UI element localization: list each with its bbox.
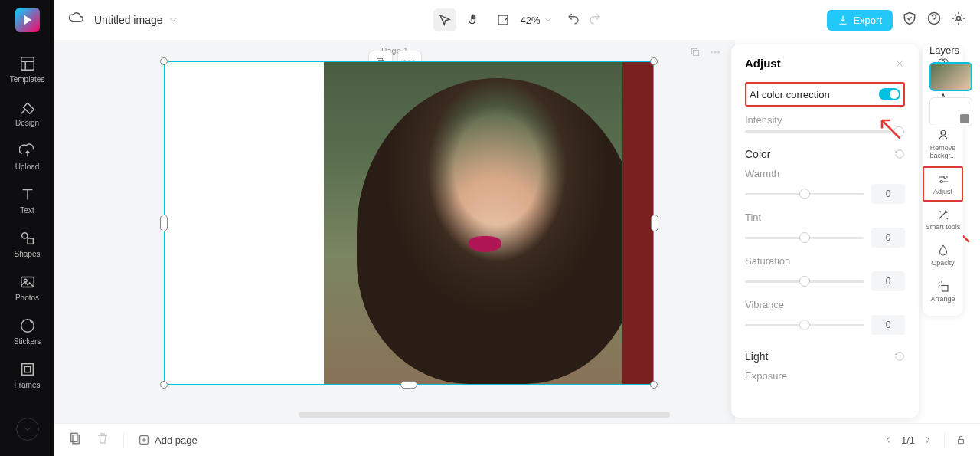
light-section-title: Light [745,350,905,363]
layers-panel: Layers [925,44,980,126]
reset-icon[interactable] [894,149,905,159]
svg-rect-30 [959,439,964,443]
undo-button[interactable] [567,11,580,28]
tint-value[interactable]: 0 [871,228,905,248]
image-selection[interactable] [164,61,654,385]
image-context-buttons [689,46,721,61]
warmth-value[interactable]: 0 [871,184,905,204]
zoom-level[interactable]: 42% [520,15,552,26]
svg-rect-25 [939,282,942,286]
tint-label: Tint [745,212,905,223]
divider [944,432,945,448]
tint-slider[interactable] [745,237,864,239]
nav-stickers[interactable]: Stickers [0,310,54,353]
svg-point-24 [940,180,942,182]
saturation-value[interactable]: 0 [871,271,905,291]
prev-page-icon[interactable] [883,435,893,445]
nav-design[interactable]: Design [0,91,54,135]
saturation-slider[interactable] [745,280,864,283]
ai-label: AI color correction [750,89,830,100]
resize-handle-tl[interactable] [160,57,168,65]
nav-label: Design [15,119,39,127]
close-icon[interactable] [894,58,905,69]
layer-thumbnail-1[interactable] [929,62,972,91]
warmth-slider[interactable] [745,193,864,195]
chevron-down-icon [544,15,553,25]
tool-smart-tools[interactable]: Smart tools [923,202,963,238]
nav-text[interactable]: Text [0,179,54,222]
svg-rect-10 [498,15,507,25]
vibrance-label: Vibrance [745,299,905,310]
hand-tool[interactable] [462,8,485,31]
adjust-label: Adjust [933,189,952,196]
add-page-button[interactable]: Add page [138,434,198,446]
nav-shapes[interactable]: Shapes [0,222,54,266]
ai-color-toggle[interactable] [879,88,900,100]
resize-handle-bl[interactable] [160,381,168,389]
nav-upload[interactable]: Upload [0,135,54,179]
export-icon [838,15,848,25]
vibrance-value[interactable]: 0 [871,315,905,335]
dots-icon[interactable] [709,46,721,61]
sidebar-more-button[interactable] [16,418,39,441]
delete-icon[interactable] [96,431,109,448]
resize-handle-bottom[interactable] [400,381,417,389]
canvas-image[interactable] [324,62,653,384]
vibrance-slider[interactable] [745,324,864,326]
document-title[interactable]: Untitled image [94,14,178,26]
layer-thumbnail-2[interactable] [929,97,972,126]
copy-icon[interactable] [689,46,701,61]
export-button[interactable]: Export [827,10,893,31]
help-icon[interactable] [926,11,942,29]
shield-icon[interactable] [902,11,917,29]
templates-icon [19,55,36,72]
pages-icon[interactable] [68,431,82,448]
nav-photos[interactable]: Photos [0,266,54,310]
settings-icon[interactable] [951,11,966,29]
export-label: Export [853,15,882,26]
resize-handle-right[interactable] [651,215,658,231]
color-title: Color [745,148,770,160]
resize-handle-tr[interactable] [650,57,658,65]
warmth-label: Warmth [745,168,905,179]
page-nav: 1/1 [883,432,966,448]
svg-point-7 [21,320,34,333]
svg-point-3 [21,233,27,238]
tool-arrange[interactable]: Arrange [923,274,963,310]
saturation-label: Saturation [745,255,905,267]
crop-tool[interactable] [491,8,514,31]
doc-title-text: Untitled image [94,14,163,26]
nav-templates[interactable]: Templates [0,48,54,91]
svg-rect-26 [942,286,948,292]
tool-remove-background[interactable]: Remove backgr... [923,123,963,166]
svg-rect-8 [21,364,33,376]
svg-point-19 [718,51,720,53]
page-count: 1/1 [901,435,915,446]
next-page-icon[interactable] [923,435,933,445]
lock-icon[interactable] [956,435,966,445]
nav-frames[interactable]: Frames [0,353,54,397]
horizontal-scrollbar[interactable] [299,412,670,418]
resize-handle-left[interactable] [160,215,168,231]
photos-icon [19,274,36,290]
cloud-sync-icon[interactable] [68,11,83,29]
redo-button[interactable] [588,11,602,28]
layers-title: Layers [929,44,980,56]
shapes-icon [19,230,36,247]
tool-opacity[interactable]: Opacity [923,238,963,274]
light-title: Light [745,350,768,363]
select-tool[interactable] [433,8,456,31]
svg-point-12 [957,17,961,21]
app-logo-icon[interactable] [15,8,40,32]
adjust-panel: Adjust AI color correction Intensity Col… [731,44,919,418]
chevron-down-icon [168,15,178,25]
topbar: Untitled image 42% Export [54,0,980,40]
panel-title-text: Adjust [745,57,781,70]
canvas-area[interactable]: Page 1 ••• [54,40,735,423]
upload-icon [19,143,36,159]
opacity-label: Opacity [931,260,955,267]
resize-handle-br[interactable] [650,381,658,389]
ai-color-correction-row: AI color correction [745,82,905,107]
tool-adjust[interactable]: Adjust [923,166,963,202]
reset-icon[interactable] [894,351,905,362]
